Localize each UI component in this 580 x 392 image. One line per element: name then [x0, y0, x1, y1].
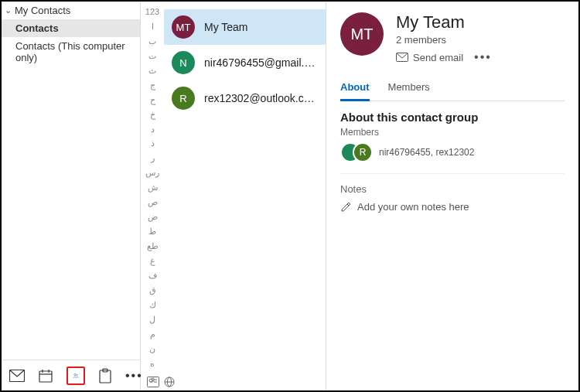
tree-item-label: Contacts: [15, 22, 59, 34]
mail-icon: [396, 53, 408, 62]
alpha-index-letter[interactable]: غ: [150, 255, 155, 268]
member-avatars: R: [340, 142, 365, 162]
group-title: My Team: [396, 12, 492, 32]
contact-detail-pane: MT My Team 2 members Send email ••• Abou…: [326, 2, 578, 390]
detail-more-button[interactable]: •••: [474, 50, 492, 64]
tab-members[interactable]: Members: [388, 77, 430, 101]
calendar-icon: [39, 369, 53, 383]
members-label: Members: [340, 127, 565, 138]
folder-sidebar: ⌄ My Contacts Contacts Contacts (This co…: [2, 2, 141, 390]
send-email-label: Send email: [413, 52, 463, 63]
alpha-index-letter[interactable]: ن: [149, 343, 155, 356]
send-email-button[interactable]: Send email: [396, 52, 463, 63]
mail-module-button[interactable]: [9, 366, 25, 385]
tree-root-my-contacts[interactable]: ⌄ My Contacts: [2, 2, 140, 19]
detail-header: MT My Team 2 members Send email •••: [340, 12, 565, 70]
contact-row[interactable]: MTMy Team: [164, 9, 326, 45]
about-heading: About this contact group: [340, 111, 565, 124]
alpha-index-letter[interactable]: ك: [149, 299, 156, 312]
people-module-button[interactable]: [67, 366, 85, 385]
alpha-index-letter[interactable]: ه: [150, 358, 155, 370]
avatar: MT: [172, 15, 195, 39]
member-names: nir46796455, rex12302: [379, 147, 474, 158]
avatar: N: [172, 51, 195, 74]
contact-name: nir46796455@gmail.com: [204, 56, 318, 69]
alpha-index-letter[interactable]: ث: [148, 65, 156, 77]
tree-item-contacts[interactable]: Contacts: [2, 19, 140, 37]
contact-row[interactable]: Rrex12302@outlook.com: [164, 80, 326, 116]
contact-name: My Team: [204, 21, 248, 33]
tasks-module-button[interactable]: [99, 366, 111, 385]
detail-actions: Send email •••: [396, 50, 492, 64]
alpha-index-letter[interactable]: ب: [148, 36, 156, 48]
detail-header-text: My Team 2 members Send email •••: [396, 12, 492, 64]
alpha-index-letter[interactable]: ا: [152, 21, 154, 33]
alpha-index-letter[interactable]: خ: [150, 109, 155, 121]
alpha-index-letter[interactable]: ف: [148, 270, 157, 282]
notes-placeholder: Add your own notes here: [357, 201, 469, 213]
alpha-index-letter[interactable]: د: [151, 124, 155, 136]
svg-rect-10: [148, 377, 159, 387]
contact-list: MTMy TeamNnir46796455@gmail.comRrex12302…: [164, 2, 326, 390]
contact-row[interactable]: Nnir46796455@gmail.com: [164, 45, 326, 80]
alpha-index-letter[interactable]: ق: [149, 285, 156, 297]
calendar-module-button[interactable]: [39, 366, 53, 385]
alpha-index-letter[interactable]: ش: [148, 182, 158, 194]
card-view-button[interactable]: [147, 377, 159, 387]
people-icon: [73, 368, 79, 383]
avatar: R: [353, 142, 373, 162]
svg-point-6: [77, 374, 78, 376]
alpha-index-letter[interactable]: ح: [150, 94, 155, 107]
alpha-index-letter[interactable]: ج: [150, 80, 155, 92]
alpha-index-letter[interactable]: ض: [148, 211, 158, 223]
alpha-index-letter[interactable]: ص: [148, 196, 158, 209]
card-icon: [147, 377, 159, 387]
member-strip[interactable]: R nir46796455, rex12302: [340, 142, 565, 174]
notes-heading: Notes: [340, 183, 565, 195]
tree-item-label: Contacts (This computer only): [15, 40, 125, 63]
alpha-index-letter[interactable]: طع: [147, 240, 159, 253]
list-footer-icons: [147, 377, 175, 387]
pencil-icon: [340, 202, 351, 213]
mail-icon: [9, 370, 25, 382]
member-count: 2 members: [396, 34, 492, 46]
alpha-index-letter[interactable]: ي: [149, 387, 156, 390]
alpha-index-letter[interactable]: ذ: [151, 138, 155, 150]
tree-item-contacts-local[interactable]: Contacts (This computer only): [2, 37, 140, 66]
svg-point-11: [149, 379, 152, 382]
group-avatar: MT: [340, 12, 384, 56]
notes-input[interactable]: Add your own notes here: [340, 201, 565, 213]
tab-about[interactable]: About: [340, 77, 370, 101]
folder-tree: ⌄ My Contacts Contacts Contacts (This co…: [2, 2, 140, 360]
svg-point-5: [74, 373, 76, 375]
alpha-index-letter[interactable]: ر: [151, 152, 155, 165]
alpha-index-letter[interactable]: رس: [145, 167, 159, 179]
globe-button[interactable]: [164, 377, 175, 387]
avatar: R: [172, 87, 195, 110]
alpha-index-letter[interactable]: م: [150, 329, 155, 341]
tasks-icon: [99, 368, 111, 383]
contact-name: rex12302@outlook.com: [204, 92, 318, 104]
globe-icon: [164, 377, 175, 387]
alpha-index-letter[interactable]: ل: [149, 314, 155, 326]
alpha-index: 123ابتثجحخدذررسشصضططعغفقكلمنهوي: [141, 2, 164, 390]
svg-rect-1: [39, 371, 52, 382]
chevron-down-icon: ⌄: [5, 5, 12, 15]
module-switcher: •••: [2, 360, 140, 390]
alpha-index-letter[interactable]: 123: [145, 6, 159, 19]
tree-root-label: My Contacts: [15, 5, 70, 16]
alpha-index-letter[interactable]: ط: [148, 226, 156, 238]
detail-tabs: About Members: [340, 77, 565, 101]
alpha-index-letter[interactable]: ت: [148, 50, 156, 63]
